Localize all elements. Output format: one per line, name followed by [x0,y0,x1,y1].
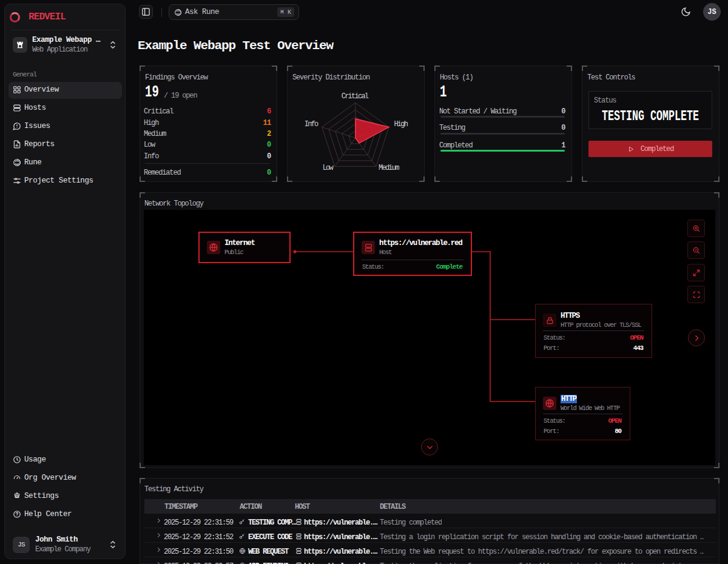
svg-text:Medium: Medium [379,164,399,172]
svg-text:Low: Low [323,164,334,172]
svg-text:Critical: Critical [342,92,369,101]
svg-text:High: High [394,120,408,129]
svg-text:Info: Info [305,120,318,129]
